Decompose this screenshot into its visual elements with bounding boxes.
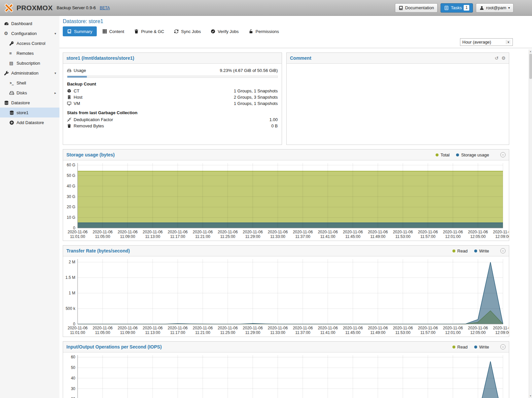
unlock-icon <box>249 29 253 34</box>
vm-count-row: VM 1 Groups, 1 Snapshots <box>67 100 278 107</box>
sidebar-item-administration[interactable]: Administration ▾ <box>0 68 59 78</box>
tab-bar: Summary Content Prune & GC Sync Jobs Ver… <box>63 26 532 36</box>
tab-summary[interactable]: Summary <box>63 26 97 36</box>
sidebar-item-store1[interactable]: store1 <box>0 108 59 117</box>
hdd-icon <box>67 68 71 73</box>
scrollbar-thumb[interactable] <box>529 54 532 79</box>
svg-text:2020-11-06: 2020-11-06 <box>468 230 488 234</box>
expander-down-icon[interactable]: ▾ <box>54 71 56 75</box>
legend-dot-storage-usage <box>456 153 459 156</box>
ticket-icon: ▤ <box>9 61 14 66</box>
comment-panel-title: Comment <box>290 55 311 61</box>
host-label: Host <box>74 95 83 100</box>
sidebar-item-dashboard[interactable]: Dashboard <box>0 18 59 28</box>
sidebar-item-remotes[interactable]: ≡ Remotes <box>0 48 59 58</box>
sidebar-item-label: Configuration <box>11 31 37 36</box>
sidebar-item-configuration[interactable]: ⚙ Configuration ▾ <box>0 28 59 38</box>
svg-text:2020-11-06: 2020-11-06 <box>318 326 338 330</box>
sidebar-item-shell[interactable]: >_ Shell <box>0 78 59 88</box>
tab-label: Summary <box>74 29 92 34</box>
gauge-icon <box>4 21 9 26</box>
sidebar-item-disks[interactable]: Disks ▸ <box>0 88 59 98</box>
svg-text:2020-11-06: 2020-11-06 <box>168 230 188 234</box>
svg-text:2020-11-06: 2020-11-06 <box>393 230 413 234</box>
svg-text:50: 50 <box>71 365 76 370</box>
sidebar-item-label: Subscription <box>17 61 40 66</box>
tab-verify-jobs[interactable]: Verify Jobs <box>206 26 243 36</box>
svg-text:10 G: 10 G <box>67 215 75 220</box>
vertical-scrollbar[interactable]: ▲ ▼ <box>529 50 532 398</box>
sidebar-item-add-datastore[interactable]: Add Datastore <box>0 117 59 127</box>
collapse-panel-button[interactable]: − <box>500 344 506 349</box>
trash-icon <box>134 29 139 34</box>
svg-text:11:13:00: 11:13:00 <box>145 330 160 335</box>
product-version: Backup Server 0.9-6 <box>56 5 96 10</box>
refresh-icon[interactable]: ↺ <box>495 55 499 61</box>
svg-text:2020-11-06: 2020-11-06 <box>293 230 313 234</box>
task-list-icon <box>444 6 449 10</box>
compress-icon <box>67 117 71 122</box>
expander-right-icon[interactable]: ▸ <box>54 91 56 95</box>
tab-sync-jobs[interactable]: Sync Jobs <box>170 26 205 36</box>
storage-usage-panel: Storage usage (bytes) Total Storage usag… <box>63 149 509 241</box>
comment-body[interactable] <box>287 64 509 145</box>
svg-text:20 G: 20 G <box>67 205 75 209</box>
tab-label: Verify Jobs <box>218 29 239 34</box>
iops-title: Input/Output Operations per Second (IOPS… <box>66 344 162 349</box>
sidebar: Dashboard ⚙ Configuration ▾ Access Contr… <box>0 16 59 398</box>
chart-legend: Total Storage usage − <box>436 152 506 157</box>
iops-panel: Input/Output Operations per Second (IOPS… <box>63 341 509 398</box>
expander-down-icon[interactable]: ▾ <box>54 32 56 35</box>
chart-legend: Read Write − <box>452 344 506 349</box>
tab-prune-gc[interactable]: Prune & GC <box>130 26 168 36</box>
svg-text:11:21:00: 11:21:00 <box>195 234 210 239</box>
user-menu-button[interactable]: root@pam ▾ <box>476 3 514 13</box>
collapse-panel-button[interactable]: − <box>500 248 506 253</box>
time-range-value: Hour (average) <box>462 40 491 45</box>
svg-text:11:53:00: 11:53:00 <box>395 234 410 239</box>
svg-text:2020-11-06: 2020-11-06 <box>118 326 138 330</box>
svg-text:2020-11-06: 2020-11-06 <box>243 326 263 330</box>
vm-label: VM <box>74 101 80 106</box>
tab-label: Sync Jobs <box>181 29 201 34</box>
time-range-select[interactable]: Hour (average) ▾ <box>460 38 513 46</box>
svg-text:11:21:00: 11:21:00 <box>195 330 210 335</box>
svg-text:12:01:00: 12:01:00 <box>445 330 461 335</box>
ct-count-row: CT 1 Groups, 1 Snapshots <box>67 88 278 94</box>
svg-text:11:29:00: 11:29:00 <box>245 330 260 335</box>
svg-text:12:01:00: 12:01:00 <box>445 234 461 239</box>
terminal-icon: >_ <box>9 81 14 85</box>
tasks-button[interactable]: Tasks 1 <box>441 3 473 13</box>
tasks-label: Tasks <box>451 5 462 10</box>
documentation-button[interactable]: Documentation <box>395 3 438 13</box>
scroll-up-arrow[interactable]: ▲ <box>529 50 532 53</box>
summary-panel-header: store1 (/mnt/datastores/store1) <box>63 53 282 64</box>
svg-text:11:57:00: 11:57:00 <box>420 330 436 335</box>
sidebar-item-subscription[interactable]: ▤ Subscription <box>0 58 59 68</box>
removed-bytes-value: 0 B <box>271 123 278 128</box>
user-icon <box>479 6 484 10</box>
datastore-summary-panel: store1 (/mnt/datastores/store1) Usage 9.… <box>63 52 282 145</box>
tab-permissions[interactable]: Permissions <box>244 26 283 36</box>
sidebar-item-datastore[interactable]: Datastore <box>0 98 59 108</box>
summary-toolbar: Hour (average) ▾ <box>59 36 532 48</box>
svg-text:11:05:00: 11:05:00 <box>95 234 110 239</box>
sidebar-item-access-control[interactable]: Access Control <box>0 38 59 48</box>
legend-dot-read <box>452 346 455 348</box>
svg-text:11:25:00: 11:25:00 <box>220 234 235 239</box>
svg-text:11:33:00: 11:33:00 <box>270 330 285 335</box>
legend-dot-total <box>436 153 439 156</box>
usage-progress <box>67 76 278 78</box>
tab-content[interactable]: Content <box>98 26 129 36</box>
scroll-down-arrow[interactable]: ▼ <box>529 394 532 398</box>
sidebar-item-label: Access Control <box>17 41 45 46</box>
summary-panel-title: store1 (/mnt/datastores/store1) <box>66 55 134 61</box>
svg-text:2020-11-06: 2020-11-06 <box>93 230 113 234</box>
svg-text:2020-11-06: 2020-11-06 <box>143 230 163 234</box>
svg-text:11:41:00: 11:41:00 <box>320 234 336 239</box>
svg-text:11:37:00: 11:37:00 <box>295 234 310 239</box>
brand: PROXMOX Backup Server 0.9-6 BETA <box>4 3 110 13</box>
collapse-panel-button[interactable]: − <box>500 152 506 157</box>
beta-link[interactable]: BETA <box>100 6 110 10</box>
gear-icon[interactable]: ⚙ <box>501 55 506 61</box>
